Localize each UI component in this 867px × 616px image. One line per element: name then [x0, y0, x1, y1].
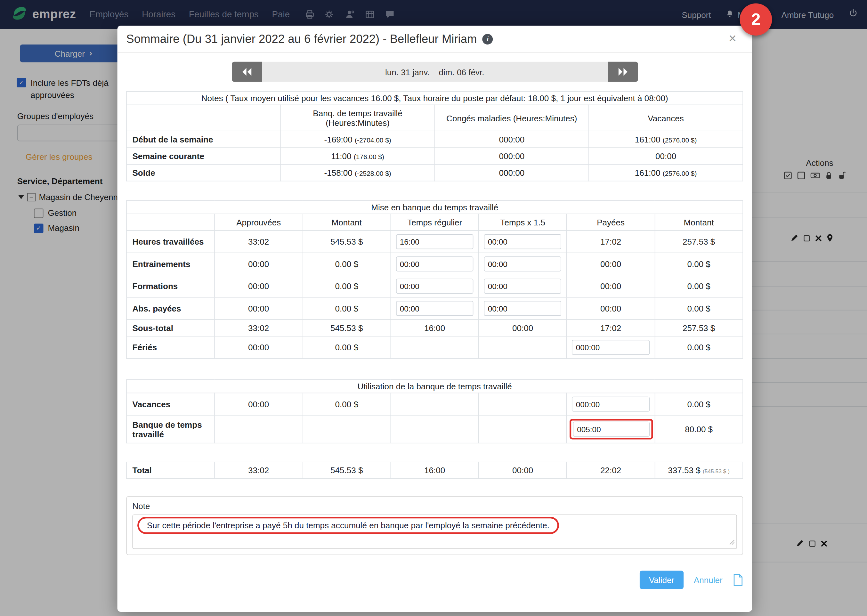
subtotal-row: Sous-total 33:02 545.53 $ 16:00 00:00 17… [126, 319, 743, 336]
table-row: Vacances 00:00 0.00 $ 0.00 $ [126, 393, 743, 415]
prev-week-button[interactable] [232, 62, 262, 82]
note-textarea[interactable]: Sur cette période l'entreprise a payé 5h… [132, 514, 737, 549]
vacances-payees-input[interactable] [572, 397, 650, 412]
screen: emprez Employés Horaires Feuilles de tem… [0, 0, 867, 616]
info-icon[interactable]: i [482, 34, 493, 44]
col-payees: Payées [567, 214, 655, 231]
table-row: Banque de temps travaillé 80.00 $ [126, 415, 743, 443]
table-row: Abs. payées 00:00 0.00 $ 00:00 0.00 $ [126, 297, 743, 319]
feries-payees-input[interactable] [572, 340, 650, 355]
week-navigator: lun. 31 janv. – dim. 06 févr. [232, 62, 638, 82]
annotation-note-outline: Sur cette période l'entreprise a payé 5h… [137, 517, 559, 534]
total-row: Total 33:02 545.53 $ 16:00 00:00 22:02 3… [126, 462, 743, 479]
total-table: Total 33:02 545.53 $ 16:00 00:00 22:02 3… [126, 462, 743, 479]
bank-table-title: Mise en banque du temps travaillé [126, 200, 743, 214]
feries-row: Fériés 00:00 0.00 $ 0.00 $ [126, 336, 743, 358]
table-row: Formations 00:00 0.00 $ 00:00 0.00 $ [126, 275, 743, 297]
sommaire-modal: × Sommaire (Du 31 janvier 2022 au 6 févr… [118, 26, 752, 612]
col-approuvees: Approuvées [215, 214, 303, 231]
next-week-button[interactable] [608, 62, 638, 82]
temps-regulier-input[interactable] [396, 256, 474, 272]
col-temps-x15: Temps x 1.5 [479, 214, 567, 231]
col-temps-regulier: Temps régulier [391, 214, 479, 231]
resize-grip[interactable] [729, 537, 735, 547]
week-range-label: lun. 31 janv. – dim. 06 févr. [262, 62, 608, 82]
notes-table: Notes ( Taux moyen utilisé pour les vaca… [126, 91, 743, 181]
temps-regulier-input[interactable] [396, 278, 474, 294]
note-section: Note Sur cette période l'entreprise a pa… [126, 496, 743, 555]
annuler-button[interactable]: Annuler [694, 575, 722, 585]
notes-title: Notes ( Taux moyen utilisé pour les vaca… [126, 91, 743, 105]
temps-x15-input[interactable] [484, 278, 562, 294]
temps-x15-input[interactable] [484, 256, 562, 272]
note-label: Note [132, 501, 737, 511]
pdf-export-icon[interactable] [732, 574, 743, 586]
annotation-box [570, 419, 653, 439]
modal-title: Sommaire (Du 31 janvier 2022 au 6 févrie… [126, 32, 477, 46]
table-row: Solde -158:00 (-2528.00 $) 000:00 161:00… [126, 164, 743, 181]
mise-en-banque-table: Mise en banque du temps travaillé Approu… [126, 200, 743, 358]
banque-payees-input[interactable] [573, 422, 650, 437]
col-banque-temps: Banq. de temps travaillé (Heures:Minutes… [280, 105, 435, 131]
close-icon[interactable]: × [725, 30, 740, 47]
annotation-badge-2: 2 [740, 3, 772, 36]
table-row: Début de la semaine -169:00 (-2704.00 $)… [126, 131, 743, 148]
temps-x15-input[interactable] [484, 234, 562, 249]
col-vacances: Vacances [589, 105, 743, 131]
col-montant: Montant [303, 214, 391, 231]
table-row: Semaine courante 11:00 (176.00 $) 000:00… [126, 148, 743, 164]
table-row: Entrainements 00:00 0.00 $ 00:00 0.00 $ [126, 253, 743, 275]
table-row: Heures travaillées 33:02 545.53 $ 17:02 … [126, 231, 743, 253]
col-conges-maladies: Congés maladies (Heures:Minutes) [435, 105, 589, 131]
col-montant2: Montant [655, 214, 743, 231]
valider-button[interactable]: Valider [639, 570, 683, 589]
usage-table-title: Utilisation de la banque de temps travai… [126, 380, 743, 393]
utilisation-banque-table: Utilisation de la banque de temps travai… [126, 379, 743, 443]
temps-regulier-input[interactable] [396, 301, 474, 316]
temps-regulier-input[interactable] [396, 234, 474, 249]
temps-x15-input[interactable] [484, 301, 562, 316]
